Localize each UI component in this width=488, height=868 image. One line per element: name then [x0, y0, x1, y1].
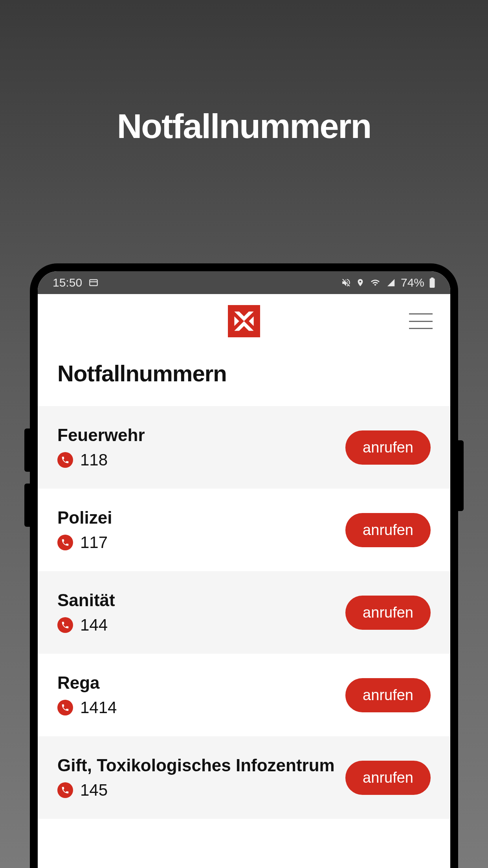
- phone-button-volume-up: [24, 428, 30, 472]
- phone-number: 144: [80, 616, 108, 634]
- emergency-item-polizei: Polizei 117 anrufen: [38, 489, 450, 571]
- phone-button-volume-down: [24, 484, 30, 527]
- battery-icon: [429, 278, 435, 288]
- emergency-info: Rega 1414: [57, 673, 345, 717]
- phone-icon: [57, 782, 73, 798]
- status-battery-text: 74%: [401, 276, 424, 289]
- phone-frame: 15:50: [30, 263, 458, 868]
- emergency-info: Gift, Toxikologisches Infozentrum 145: [57, 756, 345, 800]
- call-button[interactable]: anrufen: [345, 513, 431, 547]
- emergency-name: Polizei: [57, 508, 345, 528]
- phone-icon: [57, 452, 73, 468]
- svg-rect-3: [431, 278, 434, 279]
- phone-screen: 15:50: [38, 271, 450, 868]
- vibrate-icon: [341, 278, 351, 288]
- emergency-number-row: 144: [57, 616, 345, 634]
- phone-icon: [57, 535, 73, 550]
- call-button[interactable]: anrufen: [345, 596, 431, 630]
- emergency-name: Sanität: [57, 590, 345, 610]
- emergency-info: Feuerwehr 118: [57, 425, 345, 469]
- phone-number: 117: [80, 533, 108, 552]
- hamburger-icon: [409, 313, 433, 314]
- phone-button-power: [458, 440, 464, 511]
- call-button[interactable]: anrufen: [345, 678, 431, 712]
- location-icon: [356, 277, 365, 288]
- phone-number: 118: [80, 451, 108, 469]
- phone-number: 145: [80, 781, 108, 800]
- emergency-item-gift: Gift, Toxikologisches Infozentrum 145 an…: [38, 736, 450, 819]
- emergency-number-row: 145: [57, 781, 345, 800]
- emergency-number-row: 117: [57, 533, 345, 552]
- wifi-icon: [369, 278, 381, 287]
- menu-button[interactable]: [409, 313, 433, 329]
- status-bar-left: 15:50: [53, 276, 99, 289]
- app-logo[interactable]: [228, 305, 260, 337]
- emergency-item-sanitaet: Sanität 144 anrufen: [38, 571, 450, 654]
- emergency-list: Feuerwehr 118 anrufen Polizei: [38, 406, 450, 819]
- signal-icon: [386, 278, 396, 287]
- svg-rect-2: [430, 278, 435, 288]
- emergency-item-rega: Rega 1414 anrufen: [38, 654, 450, 736]
- page-title: Notfallnummern: [38, 348, 450, 406]
- emergency-name: Gift, Toxikologisches Infozentrum: [57, 756, 345, 775]
- emergency-number-row: 1414: [57, 698, 345, 717]
- emergency-info: Polizei 117: [57, 508, 345, 552]
- svg-rect-0: [90, 280, 97, 285]
- app-indicator-icon: [88, 278, 99, 288]
- emergency-item-feuerwehr: Feuerwehr 118 anrufen: [38, 406, 450, 489]
- status-bar: 15:50: [38, 271, 450, 294]
- emergency-name: Rega: [57, 673, 345, 693]
- emergency-name: Feuerwehr: [57, 425, 345, 445]
- status-bar-right: 74%: [341, 276, 435, 289]
- emergency-number-row: 118: [57, 451, 345, 469]
- status-time: 15:50: [53, 276, 82, 289]
- call-button[interactable]: anrufen: [345, 761, 431, 795]
- phone-icon: [57, 617, 73, 633]
- call-button[interactable]: anrufen: [345, 430, 431, 465]
- promo-title: Notfallnummern: [0, 0, 488, 146]
- app-header: [38, 294, 450, 348]
- phone-icon: [57, 700, 73, 715]
- emergency-info: Sanität 144: [57, 590, 345, 634]
- phone-number: 1414: [80, 698, 117, 717]
